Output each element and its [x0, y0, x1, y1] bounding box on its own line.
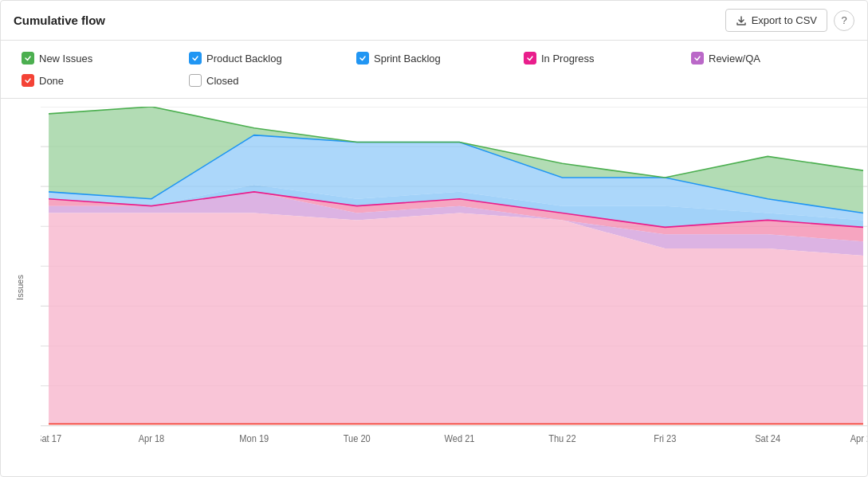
svg-text:Fri 23: Fri 23 — [654, 432, 676, 444]
legend-item-new-issues[interactable]: New Issues — [14, 47, 181, 69]
checkbox-sprint-backlog[interactable] — [356, 52, 369, 65]
legend-label-done: Done — [39, 75, 64, 87]
y-axis-label: Issues — [15, 275, 25, 300]
cumulative-flow-chart: 0 5 10 15 20 25 30 35 40 — [41, 107, 867, 452]
header-actions: Export to CSV ? — [725, 9, 854, 32]
legend-item-done[interactable]: Done — [14, 69, 181, 92]
svg-text:Thu 22: Thu 22 — [548, 432, 575, 444]
svg-text:Apr 18: Apr 18 — [139, 432, 165, 444]
svg-text:Sat 24: Sat 24 — [755, 432, 780, 444]
help-icon: ? — [841, 14, 846, 26]
legend-item-review-qa[interactable]: Review/QA — [683, 47, 850, 69]
svg-text:Sat 17: Sat 17 — [41, 432, 61, 444]
checkbox-new-issues[interactable] — [22, 52, 34, 65]
legend-item-sprint-backlog[interactable]: Sprint Backlog — [348, 47, 516, 69]
panel-header: Cumulative flow Export to CSV ? — [1, 1, 867, 41]
checkbox-review-qa[interactable] — [691, 52, 704, 65]
export-csv-label: Export to CSV — [752, 14, 817, 26]
legend-label-product-backlog: Product Backlog — [206, 53, 282, 65]
legend-item-closed[interactable]: Closed — [181, 69, 348, 92]
legend-item-in-progress[interactable]: In Progress — [516, 47, 683, 69]
export-icon — [736, 15, 747, 26]
svg-text:Apr 25: Apr 25 — [850, 432, 867, 444]
checkbox-in-progress[interactable] — [524, 52, 536, 65]
legend-row-1: New Issues Product Backlog Sprint Backlo… — [14, 47, 854, 69]
checkbox-done[interactable] — [22, 74, 34, 87]
checkbox-product-backlog[interactable] — [189, 52, 202, 65]
legend-row-2: Done Closed — [14, 69, 854, 92]
legend-label-sprint-backlog: Sprint Backlog — [374, 53, 441, 65]
chart-area: Issues 0 5 10 15 — [1, 99, 867, 476]
legend-label-review-qa: Review/QA — [709, 53, 760, 65]
legend-label-new-issues: New Issues — [39, 53, 92, 65]
chart-legend: New Issues Product Backlog Sprint Backlo… — [1, 41, 867, 99]
legend-label-closed: Closed — [206, 75, 238, 87]
svg-text:Tue 20: Tue 20 — [344, 432, 371, 444]
chart-inner: 0 5 10 15 20 25 30 35 40 — [41, 107, 867, 452]
svg-text:Mon 19: Mon 19 — [239, 432, 269, 444]
panel-title: Cumulative flow — [14, 14, 105, 27]
legend-label-in-progress: In Progress — [541, 53, 594, 65]
help-button[interactable]: ? — [834, 10, 854, 31]
legend-item-product-backlog[interactable]: Product Backlog — [181, 47, 348, 69]
export-csv-button[interactable]: Export to CSV — [725, 9, 827, 32]
checkbox-closed[interactable] — [189, 74, 202, 87]
svg-text:Wed 21: Wed 21 — [445, 432, 475, 444]
cumulative-flow-panel: Cumulative flow Export to CSV ? New Issu… — [0, 0, 868, 477]
